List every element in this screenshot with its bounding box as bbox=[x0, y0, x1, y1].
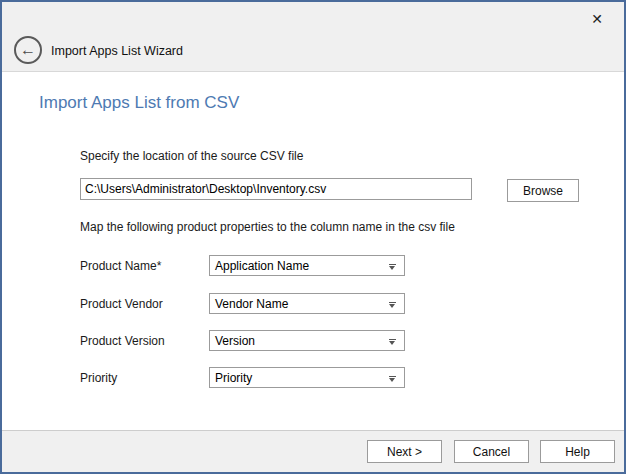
cancel-button[interactable]: Cancel bbox=[454, 440, 529, 463]
browse-button[interactable]: Browse bbox=[507, 179, 579, 202]
product-version-dropdown[interactable]: Version bbox=[209, 330, 405, 351]
product-name-dropdown[interactable]: Application Name bbox=[209, 255, 405, 276]
next-button[interactable]: Next > bbox=[367, 440, 442, 463]
product-version-label: Product Version bbox=[80, 334, 165, 348]
back-button[interactable]: ← bbox=[14, 36, 42, 64]
source-file-label: Specify the location of the source CSV f… bbox=[80, 149, 303, 163]
mapping-row-priority: Priority Priority bbox=[2, 367, 624, 389]
wizard-footer: Next > Cancel Help bbox=[2, 430, 624, 472]
mapping-row-product-vendor: Product Vendor Vendor Name bbox=[2, 293, 624, 315]
priority-dropdown[interactable]: Priority bbox=[209, 367, 405, 388]
chevron-down-icon bbox=[389, 339, 396, 345]
dropdown-selected-value: Priority bbox=[215, 371, 252, 385]
chevron-down-icon bbox=[389, 264, 396, 270]
import-wizard-dialog: ✕ ← Import Apps List Wizard Import Apps … bbox=[0, 0, 626, 474]
chevron-down-icon bbox=[389, 376, 396, 382]
dropdown-selected-value: Application Name bbox=[215, 259, 309, 273]
priority-label: Priority bbox=[80, 371, 117, 385]
product-vendor-dropdown[interactable]: Vendor Name bbox=[209, 293, 405, 314]
mapping-row-product-name: Product Name* Application Name bbox=[2, 255, 624, 277]
chevron-down-icon bbox=[389, 302, 396, 308]
back-arrow-icon: ← bbox=[20, 42, 36, 58]
wizard-title: Import Apps List Wizard bbox=[51, 44, 183, 58]
dropdown-selected-value: Version bbox=[215, 334, 255, 348]
csv-path-input[interactable] bbox=[80, 178, 472, 200]
wizard-content: Import Apps List from CSV Specify the lo… bbox=[2, 73, 624, 430]
map-properties-label: Map the following product properties to … bbox=[80, 220, 455, 234]
close-icon[interactable]: ✕ bbox=[586, 8, 608, 30]
dropdown-selected-value: Vendor Name bbox=[215, 297, 288, 311]
product-vendor-label: Product Vendor bbox=[80, 297, 163, 311]
mapping-row-product-version: Product Version Version bbox=[2, 330, 624, 352]
product-name-label: Product Name* bbox=[80, 259, 161, 273]
wizard-header: ✕ ← Import Apps List Wizard bbox=[2, 2, 624, 72]
page-title: Import Apps List from CSV bbox=[39, 93, 239, 113]
help-button[interactable]: Help bbox=[540, 440, 615, 463]
